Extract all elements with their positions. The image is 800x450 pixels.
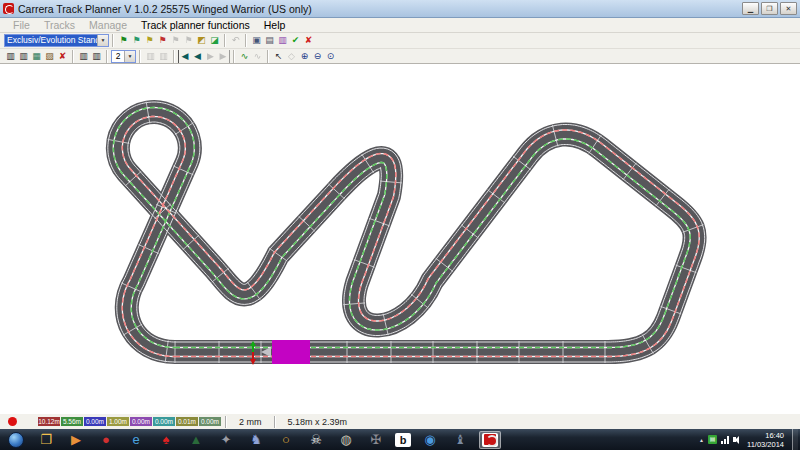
- height-profile-button[interactable]: ∿: [238, 50, 251, 63]
- menu-manage[interactable]: Manage: [82, 19, 134, 31]
- toolbar-separator: [112, 34, 114, 47]
- track-type-combo[interactable]: Exclusiv/Evolution Standard S ▼: [4, 34, 109, 47]
- close-button[interactable]: ✕: [780, 2, 797, 15]
- window-controls: ▁❐✕: [742, 2, 797, 15]
- curve-piece-button[interactable]: ▥: [77, 50, 90, 63]
- zoom-in-button[interactable]: ⊕: [298, 50, 311, 63]
- zoom-fit-button[interactable]: ⊙: [324, 50, 337, 63]
- trooper-icon[interactable]: ◍: [335, 431, 357, 449]
- piece-count-combo[interactable]: 2▼: [111, 50, 136, 63]
- length-swatch-4: 1.00m: [107, 417, 129, 426]
- nav-first-button[interactable]: ◀: [178, 50, 191, 63]
- network-icon[interactable]: [721, 436, 729, 444]
- toolbar-separator: [267, 50, 269, 63]
- show-desktop-button[interactable]: [792, 429, 798, 450]
- piece-tool-disabled-1-button: ⚑: [169, 34, 182, 47]
- align-tool-b-button: ▥: [157, 50, 170, 63]
- curve-piece-2-button[interactable]: ▥: [90, 50, 103, 63]
- minimize-button[interactable]: ▁: [742, 2, 759, 15]
- toolbar-pieces: ▥▥▦▨✘▥▥2▼▥▥◀◀▶▶∿∿↖◇⊕⊖⊙: [0, 49, 800, 64]
- half-straight-piece-button[interactable]: ▥: [17, 50, 30, 63]
- carrera-planner-taskbar-button[interactable]: [479, 431, 501, 449]
- media-player-icon[interactable]: ▶: [65, 431, 87, 449]
- cancel-x-button[interactable]: ✘: [302, 34, 315, 47]
- window-title: Carrera Track Planner V 1.0.2 25575 Wing…: [18, 3, 312, 15]
- pan-tool-button: ◇: [285, 50, 298, 63]
- knight-icon[interactable]: ♞: [245, 431, 267, 449]
- select-cursor-button[interactable]: ↖: [272, 50, 285, 63]
- eagle-icon[interactable]: ✦: [215, 431, 237, 449]
- confirm-check-button[interactable]: ✔: [289, 34, 302, 47]
- toolbar-separator: [106, 50, 108, 63]
- track-open-indicator: [8, 417, 17, 426]
- toolbar-separator: [139, 50, 141, 63]
- taskbar: ❐▶●e♠▲✦♞○☠◍✠b◉♝ ▲ ▤ 16:40 11/03/2014: [0, 429, 800, 450]
- tree-icon[interactable]: ▲: [185, 431, 207, 449]
- menu-track-planner-functions[interactable]: Track planner functions: [134, 19, 257, 31]
- length-swatch-3: 0.00m: [84, 417, 106, 426]
- ring-icon[interactable]: ○: [275, 431, 297, 449]
- toolbar-separator: [233, 50, 235, 63]
- insert-piece-flag-olive-button[interactable]: ⚑: [143, 34, 156, 47]
- new-window-button[interactable]: ▣: [250, 34, 263, 47]
- menu-tracks[interactable]: Tracks: [37, 19, 82, 31]
- nav-prev-button[interactable]: ◀: [191, 50, 204, 63]
- length-swatch-2: 5.56m: [61, 417, 83, 426]
- clock-time: 16:40: [747, 431, 784, 440]
- clock-date: 11/03/2014: [747, 440, 784, 449]
- toolbar-main: Exclusiv/Evolution Standard S ▼ ⚑⚑⚑⚑⚑⚑◩◪…: [0, 33, 800, 49]
- track-canvas[interactable]: [0, 64, 800, 413]
- tray-app-icon[interactable]: ▤: [708, 435, 717, 444]
- height-profile-disabled-button: ∿: [251, 50, 264, 63]
- insert-piece-flag-red-button[interactable]: ⚑: [156, 34, 169, 47]
- restore-button[interactable]: ❐: [761, 2, 778, 15]
- toolbar-separator: [245, 34, 247, 47]
- align-tool-a-button: ▥: [144, 50, 157, 63]
- toolbar1-icons: ⚑⚑⚑⚑⚑⚑◩◪↶▣▤▥✔✘: [117, 34, 315, 47]
- toolbar-separator: [173, 50, 175, 63]
- combo-dropdown-arrow[interactable]: ▼: [124, 51, 135, 62]
- print-button[interactable]: ▤: [263, 34, 276, 47]
- combo-dropdown-arrow[interactable]: ▼: [97, 35, 108, 46]
- nav-last-button: ▶: [217, 50, 230, 63]
- skull-icon[interactable]: ☠: [305, 431, 327, 449]
- toolbar-separator: [224, 34, 226, 47]
- title-bar: Carrera Track Planner V 1.0.2 25575 Wing…: [0, 0, 800, 18]
- toolbar2-icons: ▥▥▦▨✘▥▥2▼▥▥◀◀▶▶∿∿↖◇⊕⊖⊙: [4, 50, 337, 63]
- edit-piece-tool-button[interactable]: ▨: [43, 50, 56, 63]
- eight-ball-icon[interactable]: ●: [95, 431, 117, 449]
- status-separator: [225, 416, 227, 428]
- insert-piece-flag-green-button[interactable]: ⚑: [117, 34, 130, 47]
- tray-expand-icon[interactable]: ▲: [699, 437, 704, 443]
- swap-lane-up-button[interactable]: ◩: [195, 34, 208, 47]
- menu-help[interactable]: Help: [257, 19, 293, 31]
- vehicle-tool-button[interactable]: ▦: [30, 50, 43, 63]
- print-color-button[interactable]: ▥: [276, 34, 289, 47]
- start-connection-section[interactable]: [272, 340, 310, 364]
- grid-size-panel: 2 mm: [231, 417, 270, 427]
- start-orb[interactable]: [5, 431, 27, 449]
- menu-file[interactable]: File: [6, 19, 37, 31]
- piece-count-value: 2: [112, 51, 124, 62]
- pokerstars-icon[interactable]: ♠: [155, 431, 177, 449]
- windows-explorer-icon[interactable]: ❐: [35, 431, 57, 449]
- length-swatch-6: 0.00m: [153, 417, 175, 426]
- bwin-icon[interactable]: b: [395, 433, 411, 447]
- taskbar-clock[interactable]: 16:40 11/03/2014: [743, 431, 788, 449]
- imperial-eagle-icon[interactable]: ✠: [365, 431, 387, 449]
- undo-button: ↶: [229, 34, 242, 47]
- swap-lane-down-button[interactable]: ◪: [208, 34, 221, 47]
- statue-icon[interactable]: ♝: [449, 431, 471, 449]
- delete-piece-button[interactable]: ✘: [56, 50, 69, 63]
- zoom-out-button[interactable]: ⊖: [311, 50, 324, 63]
- volume-icon[interactable]: [733, 436, 739, 444]
- menu-bar: FileTracksManageTrack planner functionsH…: [0, 18, 800, 33]
- nav-next-button: ▶: [204, 50, 217, 63]
- status-separator: [274, 416, 276, 428]
- screen: { "window": { "title": "Carrera Track Pl…: [0, 0, 800, 450]
- internet-explorer-icon[interactable]: e: [125, 431, 147, 449]
- taskbar-items: ❐▶●e♠▲✦♞○☠◍✠b◉♝: [0, 431, 501, 449]
- chrome-icon[interactable]: ◉: [419, 431, 441, 449]
- insert-piece-flag-teal-button[interactable]: ⚑: [130, 34, 143, 47]
- straight-piece-button[interactable]: ▥: [4, 50, 17, 63]
